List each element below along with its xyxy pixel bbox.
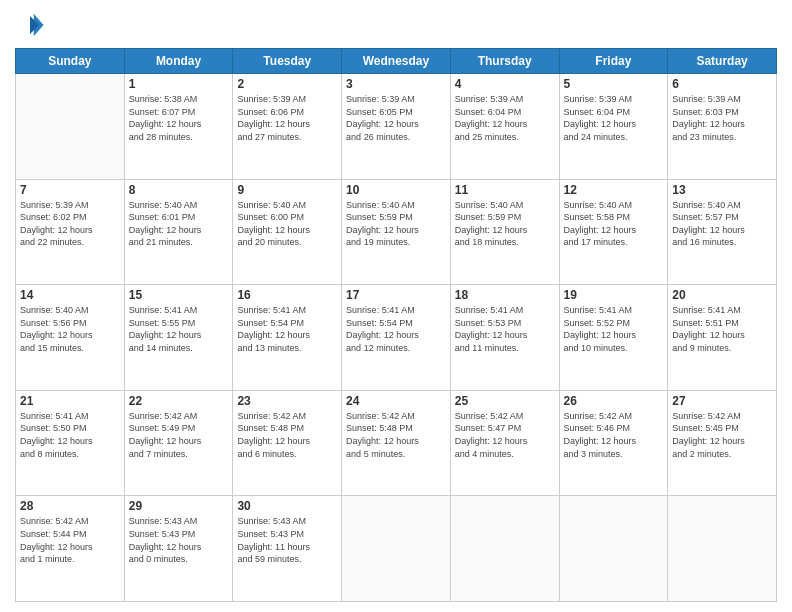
day-info: Sunrise: 5:40 AM Sunset: 5:59 PM Dayligh… bbox=[346, 199, 446, 249]
day-info: Sunrise: 5:40 AM Sunset: 6:01 PM Dayligh… bbox=[129, 199, 229, 249]
day-info: Sunrise: 5:42 AM Sunset: 5:44 PM Dayligh… bbox=[20, 515, 120, 565]
day-info: Sunrise: 5:39 AM Sunset: 6:06 PM Dayligh… bbox=[237, 93, 337, 143]
day-number: 2 bbox=[237, 77, 337, 91]
weekday-header-row: SundayMondayTuesdayWednesdayThursdayFrid… bbox=[16, 49, 777, 74]
calendar-cell: 13Sunrise: 5:40 AM Sunset: 5:57 PM Dayli… bbox=[668, 179, 777, 285]
calendar-table: SundayMondayTuesdayWednesdayThursdayFrid… bbox=[15, 48, 777, 602]
day-number: 15 bbox=[129, 288, 229, 302]
calendar-cell: 9Sunrise: 5:40 AM Sunset: 6:00 PM Daylig… bbox=[233, 179, 342, 285]
calendar-cell: 3Sunrise: 5:39 AM Sunset: 6:05 PM Daylig… bbox=[342, 74, 451, 180]
day-info: Sunrise: 5:39 AM Sunset: 6:02 PM Dayligh… bbox=[20, 199, 120, 249]
day-number: 24 bbox=[346, 394, 446, 408]
weekday-header-tuesday: Tuesday bbox=[233, 49, 342, 74]
day-info: Sunrise: 5:41 AM Sunset: 5:50 PM Dayligh… bbox=[20, 410, 120, 460]
calendar-cell: 19Sunrise: 5:41 AM Sunset: 5:52 PM Dayli… bbox=[559, 285, 668, 391]
day-number: 28 bbox=[20, 499, 120, 513]
day-number: 29 bbox=[129, 499, 229, 513]
week-row-1: 1Sunrise: 5:38 AM Sunset: 6:07 PM Daylig… bbox=[16, 74, 777, 180]
weekday-header-sunday: Sunday bbox=[16, 49, 125, 74]
week-row-4: 21Sunrise: 5:41 AM Sunset: 5:50 PM Dayli… bbox=[16, 390, 777, 496]
calendar-cell bbox=[16, 74, 125, 180]
day-number: 6 bbox=[672, 77, 772, 91]
day-info: Sunrise: 5:39 AM Sunset: 6:04 PM Dayligh… bbox=[455, 93, 555, 143]
day-info: Sunrise: 5:41 AM Sunset: 5:53 PM Dayligh… bbox=[455, 304, 555, 354]
calendar-cell: 21Sunrise: 5:41 AM Sunset: 5:50 PM Dayli… bbox=[16, 390, 125, 496]
weekday-header-thursday: Thursday bbox=[450, 49, 559, 74]
day-info: Sunrise: 5:40 AM Sunset: 6:00 PM Dayligh… bbox=[237, 199, 337, 249]
day-number: 18 bbox=[455, 288, 555, 302]
day-info: Sunrise: 5:41 AM Sunset: 5:54 PM Dayligh… bbox=[346, 304, 446, 354]
calendar-cell: 16Sunrise: 5:41 AM Sunset: 5:54 PM Dayli… bbox=[233, 285, 342, 391]
day-info: Sunrise: 5:41 AM Sunset: 5:55 PM Dayligh… bbox=[129, 304, 229, 354]
day-info: Sunrise: 5:41 AM Sunset: 5:52 PM Dayligh… bbox=[564, 304, 664, 354]
day-number: 16 bbox=[237, 288, 337, 302]
day-info: Sunrise: 5:42 AM Sunset: 5:49 PM Dayligh… bbox=[129, 410, 229, 460]
calendar-cell: 18Sunrise: 5:41 AM Sunset: 5:53 PM Dayli… bbox=[450, 285, 559, 391]
day-number: 5 bbox=[564, 77, 664, 91]
day-number: 25 bbox=[455, 394, 555, 408]
calendar-cell: 14Sunrise: 5:40 AM Sunset: 5:56 PM Dayli… bbox=[16, 285, 125, 391]
day-info: Sunrise: 5:40 AM Sunset: 5:56 PM Dayligh… bbox=[20, 304, 120, 354]
week-row-2: 7Sunrise: 5:39 AM Sunset: 6:02 PM Daylig… bbox=[16, 179, 777, 285]
calendar-cell: 22Sunrise: 5:42 AM Sunset: 5:49 PM Dayli… bbox=[124, 390, 233, 496]
calendar-cell: 7Sunrise: 5:39 AM Sunset: 6:02 PM Daylig… bbox=[16, 179, 125, 285]
day-number: 7 bbox=[20, 183, 120, 197]
weekday-header-monday: Monday bbox=[124, 49, 233, 74]
day-number: 3 bbox=[346, 77, 446, 91]
logo-icon bbox=[15, 10, 45, 40]
day-info: Sunrise: 5:42 AM Sunset: 5:45 PM Dayligh… bbox=[672, 410, 772, 460]
calendar-cell: 12Sunrise: 5:40 AM Sunset: 5:58 PM Dayli… bbox=[559, 179, 668, 285]
day-number: 30 bbox=[237, 499, 337, 513]
calendar-cell: 10Sunrise: 5:40 AM Sunset: 5:59 PM Dayli… bbox=[342, 179, 451, 285]
day-info: Sunrise: 5:41 AM Sunset: 5:51 PM Dayligh… bbox=[672, 304, 772, 354]
day-number: 4 bbox=[455, 77, 555, 91]
day-info: Sunrise: 5:42 AM Sunset: 5:48 PM Dayligh… bbox=[346, 410, 446, 460]
page: SundayMondayTuesdayWednesdayThursdayFrid… bbox=[0, 0, 792, 612]
day-number: 20 bbox=[672, 288, 772, 302]
day-number: 1 bbox=[129, 77, 229, 91]
day-number: 14 bbox=[20, 288, 120, 302]
week-row-5: 28Sunrise: 5:42 AM Sunset: 5:44 PM Dayli… bbox=[16, 496, 777, 602]
day-number: 19 bbox=[564, 288, 664, 302]
day-info: Sunrise: 5:39 AM Sunset: 6:04 PM Dayligh… bbox=[564, 93, 664, 143]
week-row-3: 14Sunrise: 5:40 AM Sunset: 5:56 PM Dayli… bbox=[16, 285, 777, 391]
calendar-cell: 24Sunrise: 5:42 AM Sunset: 5:48 PM Dayli… bbox=[342, 390, 451, 496]
logo bbox=[15, 10, 49, 40]
calendar-cell bbox=[559, 496, 668, 602]
calendar-cell: 5Sunrise: 5:39 AM Sunset: 6:04 PM Daylig… bbox=[559, 74, 668, 180]
day-number: 10 bbox=[346, 183, 446, 197]
day-info: Sunrise: 5:38 AM Sunset: 6:07 PM Dayligh… bbox=[129, 93, 229, 143]
day-number: 11 bbox=[455, 183, 555, 197]
calendar-cell: 30Sunrise: 5:43 AM Sunset: 5:43 PM Dayli… bbox=[233, 496, 342, 602]
calendar-cell bbox=[450, 496, 559, 602]
day-number: 8 bbox=[129, 183, 229, 197]
calendar-cell: 17Sunrise: 5:41 AM Sunset: 5:54 PM Dayli… bbox=[342, 285, 451, 391]
day-number: 13 bbox=[672, 183, 772, 197]
calendar-cell: 23Sunrise: 5:42 AM Sunset: 5:48 PM Dayli… bbox=[233, 390, 342, 496]
calendar-cell bbox=[342, 496, 451, 602]
day-number: 27 bbox=[672, 394, 772, 408]
day-info: Sunrise: 5:42 AM Sunset: 5:48 PM Dayligh… bbox=[237, 410, 337, 460]
day-info: Sunrise: 5:40 AM Sunset: 5:58 PM Dayligh… bbox=[564, 199, 664, 249]
calendar-cell: 6Sunrise: 5:39 AM Sunset: 6:03 PM Daylig… bbox=[668, 74, 777, 180]
day-number: 26 bbox=[564, 394, 664, 408]
day-info: Sunrise: 5:43 AM Sunset: 5:43 PM Dayligh… bbox=[237, 515, 337, 565]
calendar-cell bbox=[668, 496, 777, 602]
day-number: 23 bbox=[237, 394, 337, 408]
calendar-cell: 8Sunrise: 5:40 AM Sunset: 6:01 PM Daylig… bbox=[124, 179, 233, 285]
header bbox=[15, 10, 777, 40]
calendar-cell: 29Sunrise: 5:43 AM Sunset: 5:43 PM Dayli… bbox=[124, 496, 233, 602]
day-info: Sunrise: 5:40 AM Sunset: 5:57 PM Dayligh… bbox=[672, 199, 772, 249]
day-info: Sunrise: 5:42 AM Sunset: 5:47 PM Dayligh… bbox=[455, 410, 555, 460]
day-number: 17 bbox=[346, 288, 446, 302]
calendar-cell: 28Sunrise: 5:42 AM Sunset: 5:44 PM Dayli… bbox=[16, 496, 125, 602]
calendar-cell: 1Sunrise: 5:38 AM Sunset: 6:07 PM Daylig… bbox=[124, 74, 233, 180]
calendar-cell: 4Sunrise: 5:39 AM Sunset: 6:04 PM Daylig… bbox=[450, 74, 559, 180]
calendar-cell: 20Sunrise: 5:41 AM Sunset: 5:51 PM Dayli… bbox=[668, 285, 777, 391]
calendar-cell: 26Sunrise: 5:42 AM Sunset: 5:46 PM Dayli… bbox=[559, 390, 668, 496]
calendar-cell: 25Sunrise: 5:42 AM Sunset: 5:47 PM Dayli… bbox=[450, 390, 559, 496]
weekday-header-saturday: Saturday bbox=[668, 49, 777, 74]
weekday-header-friday: Friday bbox=[559, 49, 668, 74]
calendar-cell: 11Sunrise: 5:40 AM Sunset: 5:59 PM Dayli… bbox=[450, 179, 559, 285]
day-number: 22 bbox=[129, 394, 229, 408]
